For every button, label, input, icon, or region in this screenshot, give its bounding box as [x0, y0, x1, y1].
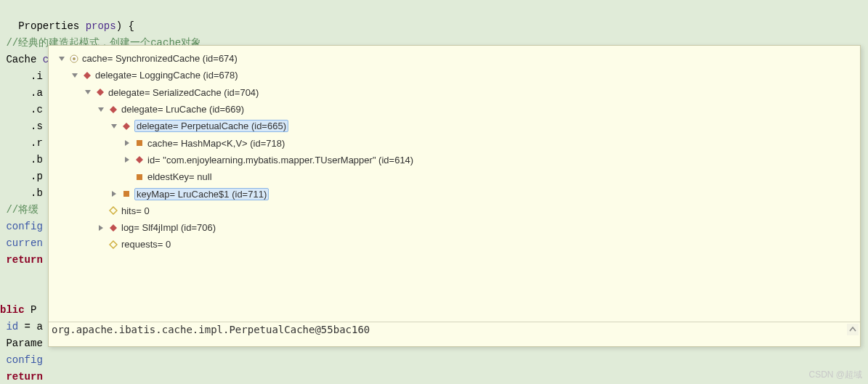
svg-rect-2: [137, 140, 142, 146]
expand-toggle-icon[interactable]: [123, 139, 131, 147]
field-primitive-icon: [108, 240, 118, 250]
code-line: .c: [0, 104, 43, 115]
code-line: blic P: [0, 304, 36, 316]
tree-label: cache= SynchronizedCache (id=674): [82, 53, 238, 64]
expand-toggle-icon[interactable]: [84, 88, 92, 97]
code-line: .p: [0, 171, 43, 182]
tree-label: hits= 0: [121, 205, 150, 216]
tree-row-requests[interactable]: requests= 0: [54, 236, 860, 253]
field-default-icon: [134, 155, 145, 165]
code-line: id = a: [0, 321, 43, 332]
field-default-icon: [121, 121, 131, 131]
tree-label: delegate= LruCache (id=669): [121, 104, 244, 115]
field-default-icon: [108, 105, 118, 115]
tree-row-delegate-serialized[interactable]: delegate= SerializedCache (id=704): [54, 84, 860, 101]
svg-point-1: [73, 57, 76, 60]
scroll-up-icon[interactable]: [847, 324, 859, 335]
tree-label: cache= HashMap<K,V> (id=718): [147, 138, 285, 149]
tree-row-delegate-perpetual[interactable]: delegate= PerpetualCache (id=665): [54, 118, 860, 134]
code-line: .b: [0, 187, 43, 199]
code-line: return: [0, 254, 43, 266]
tree-row-log[interactable]: log= Slf4jImpl (id=706): [54, 219, 860, 236]
tree-row-hits[interactable]: hits= 0: [54, 203, 860, 219]
svg-rect-4: [123, 191, 129, 197]
tree-label: log= Slf4jImpl (id=706): [121, 222, 216, 233]
field-default-icon: [95, 87, 105, 97]
tree-row-cache[interactable]: cache= SynchronizedCache (id=674): [54, 50, 860, 67]
tree-row-id-string[interactable]: id= "com.enjoylearning.mybatis.mapper.TU…: [54, 152, 860, 168]
variable-value-area[interactable]: org.apache.ibatis.cache.impl.PerpetualCa…: [49, 322, 860, 346]
code-line: .i: [0, 70, 43, 82]
field-private-icon: [134, 172, 145, 182]
variable-local-icon: [69, 54, 79, 64]
code-line: curren: [0, 237, 43, 249]
tree-label: delegate= LoggingCache (id=678): [95, 70, 238, 81]
svg-rect-3: [137, 174, 142, 180]
code-line: .a: [0, 87, 43, 99]
expand-toggle-icon[interactable]: [97, 224, 105, 232]
expand-toggle-icon[interactable]: [110, 189, 118, 198]
debug-variable-popup: cache= SynchronizedCache (id=674) delega…: [48, 45, 861, 347]
tree-row-keymap[interactable]: keyMap= LruCache$1 (id=711): [54, 185, 860, 202]
field-default-icon: [108, 223, 118, 233]
tree-label: id= "com.enjoylearning.mybatis.mapper.TU…: [147, 155, 413, 166]
code-line: Parame: [0, 338, 43, 349]
variable-tree[interactable]: cache= SynchronizedCache (id=674) delega…: [49, 46, 860, 322]
variable-value-text: org.apache.ibatis.cache.impl.PerpetualCa…: [52, 324, 370, 335]
code-line: //将缓: [0, 204, 38, 216]
code-line: return: [0, 371, 43, 383]
expand-toggle-icon[interactable]: [57, 54, 66, 63]
field-private-icon: [121, 189, 131, 199]
code-line: Properties props) {: [0, 20, 134, 32]
code-line: .b: [0, 154, 43, 166]
tree-row-delegate-lru[interactable]: delegate= LruCache (id=669): [54, 101, 860, 118]
field-private-icon: [134, 138, 145, 148]
code-line: config: [0, 354, 43, 366]
tree-label: delegate= SerializedCache (id=704): [108, 87, 259, 98]
tree-row-eldestkey[interactable]: eldestKey= null: [54, 168, 860, 185]
field-primitive-icon: [108, 205, 118, 216]
field-default-icon: [82, 70, 92, 81]
tree-label: requests= 0: [121, 239, 171, 250]
expand-toggle-icon[interactable]: [123, 155, 131, 164]
expand-toggle-icon[interactable]: [70, 71, 79, 80]
code-line: config: [0, 221, 43, 232]
tree-row-cache-hashmap[interactable]: cache= HashMap<K,V> (id=718): [54, 134, 860, 151]
code-line: .r: [0, 137, 43, 149]
tree-row-delegate-logging[interactable]: delegate= LoggingCache (id=678): [54, 67, 860, 83]
watermark-text: CSDN @超域: [808, 369, 862, 381]
expand-toggle-icon[interactable]: [97, 105, 105, 114]
expand-toggle-icon[interactable]: [110, 122, 118, 131]
tree-label-selected: delegate= PerpetualCache (id=665): [134, 120, 288, 132]
tree-label: eldestKey= null: [147, 171, 212, 182]
tree-label-selected: keyMap= LruCache$1 (id=711): [134, 188, 269, 200]
code-line: .s: [0, 120, 43, 132]
